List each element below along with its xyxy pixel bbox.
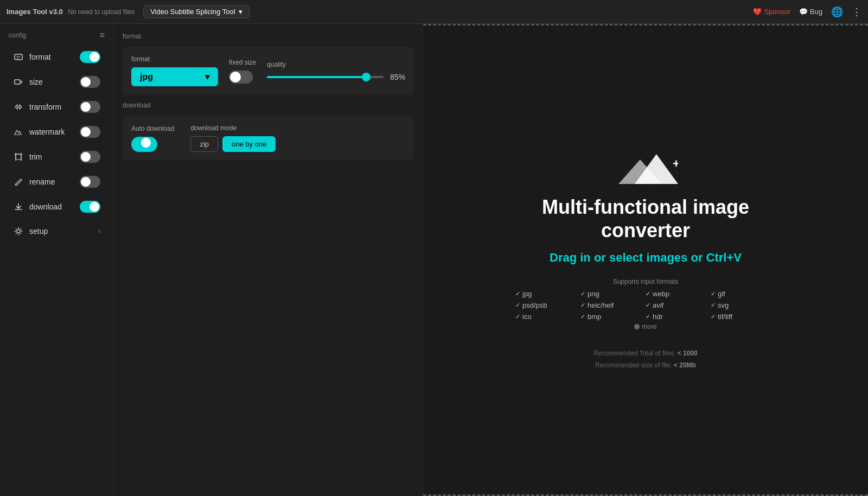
format-row: format jpg ▾ fixed size quality	[131, 55, 405, 86]
drop-content: + Multi-functional image converter Drag …	[510, 149, 781, 372]
sidebar-format-label: format	[29, 53, 51, 61]
dashed-top-border	[423, 24, 868, 27]
zip-mode-button[interactable]: zip	[190, 136, 218, 152]
formats-section: Supports input formats ✓jpg ✓png ✓webp ✓…	[515, 278, 776, 330]
sidebar-size-label: size	[29, 78, 43, 86]
one-by-one-mode-button[interactable]: one by one	[222, 136, 276, 152]
size-toggle[interactable]	[80, 76, 100, 88]
format-select[interactable]: jpg ▾	[131, 67, 218, 86]
format-icon	[13, 52, 24, 62]
sidebar-item-size[interactable]: size	[4, 71, 109, 93]
format-tiftiff: ✓tif/tiff	[711, 313, 776, 321]
sidebar-item-setup[interactable]: setup ›	[4, 220, 109, 242]
more-menu-icon[interactable]: ⋮	[852, 6, 861, 18]
topbar-right: ❤️ Sponsor 💬 Bug 🌐 ⋮	[753, 6, 861, 18]
format-heicheif: ✓heic/heif	[580, 301, 646, 309]
watermark-toggle[interactable]	[80, 126, 100, 138]
fixed-size-col: fixed size	[229, 59, 256, 84]
rename-icon	[13, 176, 24, 187]
format-png: ✓png	[580, 290, 646, 298]
content-area: format format jpg ▾ fixed size	[114, 24, 868, 496]
svg-point-3	[17, 230, 20, 233]
format-bmp: ✓bmp	[580, 313, 646, 321]
quality-value: 85%	[390, 73, 405, 81]
quality-thumb	[362, 73, 371, 81]
drag-text: Drag in or select images or Ctrl+V	[550, 251, 742, 265]
trim-icon	[13, 151, 24, 162]
sponsor-button[interactable]: ❤️ Sponsor	[753, 8, 790, 16]
dashed-bottom-border	[423, 493, 868, 496]
quality-col: quality 85%	[267, 61, 405, 81]
svg-rect-1	[15, 80, 20, 84]
auto-download-label: Auto download	[131, 125, 174, 132]
format-col: format jpg ▾	[131, 55, 218, 86]
svg-rect-0	[15, 54, 22, 60]
download-mode-buttons: zip one by one	[190, 136, 276, 152]
formats-label: Supports input formats	[515, 278, 776, 285]
download-icon	[13, 201, 24, 212]
setup-icon	[13, 226, 24, 237]
download-mode-col: download mode zip one by one	[190, 124, 276, 152]
sidebar-item-transform[interactable]: transform	[4, 96, 109, 118]
format-avif: ✓avif	[646, 301, 711, 309]
format-svg: ✓svg	[711, 301, 776, 309]
download-toggle[interactable]	[80, 201, 100, 213]
quality-label: quality	[267, 61, 405, 68]
sidebar-item-download[interactable]: download	[4, 195, 109, 218]
download-section-box: Auto download download mode zip one by o…	[123, 116, 414, 161]
format-section-box: format jpg ▾ fixed size quality	[123, 47, 414, 95]
app-name: Images Tool v3.0 No need to upload files	[7, 8, 135, 16]
rec-total: Recommended Total of files: < 1000	[593, 348, 698, 360]
sidebar-item-watermark[interactable]: watermark	[4, 120, 109, 143]
sidebar-rename-label: rename	[29, 177, 55, 186]
quality-row: 85%	[267, 73, 405, 81]
size-icon	[13, 77, 24, 87]
watermark-icon	[13, 126, 24, 137]
formats-grid: ✓jpg ✓png ✓webp ✓gif ✓psd/psb ✓heic/heif…	[515, 290, 776, 321]
format-gif: ✓gif	[711, 290, 776, 298]
fixed-size-toggle[interactable]	[229, 71, 253, 84]
svg-text:+: +	[673, 157, 678, 170]
auto-download-toggle[interactable]	[131, 137, 157, 152]
format-psdpsb: ✓psd/psb	[515, 301, 580, 309]
main-title: Multi-functional image converter	[510, 195, 781, 242]
quality-slider[interactable]	[267, 76, 384, 78]
sidebar-item-rename[interactable]: rename	[4, 170, 109, 193]
config-label: config	[9, 31, 26, 39]
format-webp: ✓webp	[646, 290, 711, 298]
format-field-label: format	[131, 55, 218, 63]
download-section-label: download	[123, 101, 414, 109]
svg-rect-2	[16, 154, 21, 160]
sidebar-trim-label: trim	[29, 152, 42, 161]
format-toggle[interactable]	[80, 51, 100, 63]
sidebar-menu-icon[interactable]: ≡	[100, 30, 105, 40]
setup-chevron-icon: ›	[98, 227, 100, 235]
download-mode-label: download mode	[190, 124, 276, 132]
sidebar-item-format[interactable]: format	[4, 46, 109, 68]
active-tool-button[interactable]: Video Subtitle Splicing Tool ▾	[143, 5, 249, 18]
transform-toggle[interactable]	[80, 101, 100, 113]
download-row: Auto download download mode zip one by o…	[131, 124, 405, 152]
sidebar-setup-label: setup	[29, 227, 48, 236]
bug-button[interactable]: 💬 Bug	[799, 8, 822, 16]
fixed-size-label: fixed size	[229, 59, 256, 66]
format-ico: ✓ico	[515, 313, 580, 321]
recommendations: Recommended Total of files: < 1000 Recom…	[593, 348, 698, 371]
sidebar-download-label: download	[29, 202, 62, 211]
sidebar-item-trim[interactable]: trim	[4, 145, 109, 168]
settings-panel: format format jpg ▾ fixed size	[114, 24, 423, 496]
drop-zone[interactable]: + Multi-functional image converter Drag …	[423, 24, 868, 496]
format-section-label: format	[123, 33, 414, 40]
mountain-icon: +	[618, 149, 673, 187]
transform-icon	[13, 101, 24, 112]
topbar: Images Tool v3.0 No need to upload files…	[0, 0, 868, 24]
format-jpg: ✓jpg	[515, 290, 580, 298]
auto-download-col: Auto download	[131, 125, 174, 152]
more-formats: more	[515, 323, 776, 330]
rename-toggle[interactable]	[80, 176, 100, 188]
sidebar-watermark-label: watermark	[29, 128, 65, 136]
sidebar: config ≡ format	[0, 24, 114, 496]
globe-icon[interactable]: 🌐	[831, 6, 843, 18]
trim-toggle[interactable]	[80, 151, 100, 163]
sidebar-transform-label: transform	[29, 103, 61, 111]
